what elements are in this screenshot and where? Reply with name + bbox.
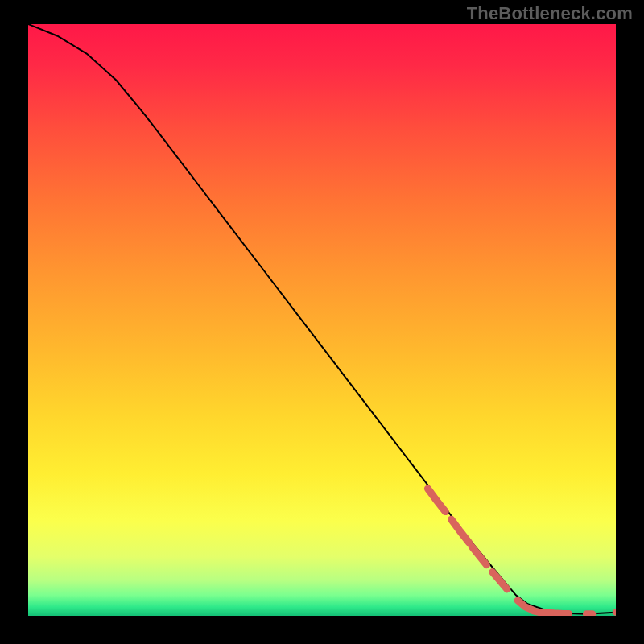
plot-area [28, 24, 616, 616]
bottleneck-chart [28, 24, 616, 616]
watermark-text: TheBottleneck.com [467, 3, 633, 24]
highlight-dash [534, 611, 555, 613]
gradient-background [28, 24, 616, 616]
chart-frame: TheBottleneck.com [0, 0, 644, 644]
